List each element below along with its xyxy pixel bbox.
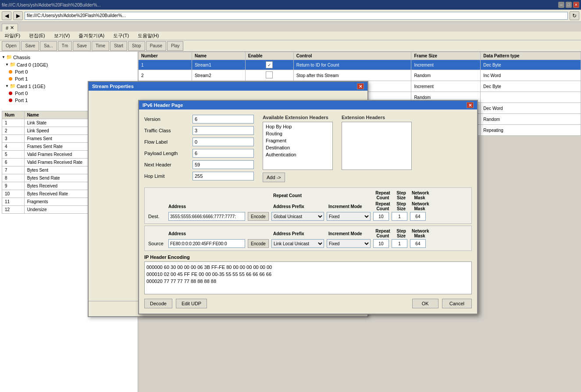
- card0-port0-item[interactable]: Port 0: [2, 68, 136, 75]
- dest-network-mask-input[interactable]: [410, 212, 426, 221]
- stream-frame-size: Increment: [411, 60, 481, 70]
- traffic-class-label: Traffic Class: [144, 128, 192, 133]
- source-address-section: Address Address Prefix Increment Mode Re…: [144, 226, 472, 251]
- src-repeat-count-input[interactable]: [373, 239, 389, 248]
- dest-rc-col-label: Repeat Count: [375, 201, 391, 211]
- card1-folder-icon: 📁: [10, 83, 16, 89]
- back-btn[interactable]: ◀: [2, 11, 11, 20]
- dest-data-row: Dest. Encode Global Unicast Fixed: [148, 212, 468, 221]
- src-address-input[interactable]: [168, 239, 245, 248]
- edit-udp-btn[interactable]: Edit UDP: [176, 299, 207, 308]
- card1-port0-icon: [9, 92, 12, 95]
- ipv6-close-btn[interactable]: ✕: [467, 102, 474, 108]
- stream-data-pattern: [481, 92, 581, 103]
- col-data-pattern: Data Pattern type: [481, 52, 581, 60]
- chassis-folder-icon: 📁: [6, 54, 12, 60]
- card0-item[interactable]: ▼ 📁 Card 0 (10GE): [2, 61, 136, 68]
- src-address-col-label: Address: [168, 231, 245, 236]
- minimize-btn[interactable]: ─: [558, 2, 564, 8]
- stream-data-pattern: Inc Word: [481, 70, 581, 81]
- hex-line-2: 000020 77 77 77 77 88 88 88 88: [146, 278, 470, 285]
- menu-help[interactable]: 도움말(H): [135, 32, 161, 40]
- src-nm-col-label: Network Mask: [412, 229, 428, 238]
- dest-inc-mode-select[interactable]: Fixed: [327, 212, 371, 221]
- pause-btn[interactable]: Pause: [146, 41, 166, 51]
- time-btn[interactable]: Time: [92, 41, 109, 51]
- start-btn[interactable]: Start: [110, 41, 127, 51]
- stats-col-num: Num: [2, 111, 25, 119]
- stats-num: 7: [2, 166, 25, 174]
- chassis-item[interactable]: ▼ 📁 Chassis: [2, 53, 136, 61]
- forward-btn[interactable]: ▶: [13, 11, 23, 20]
- menu-edit[interactable]: 편집(E): [26, 32, 48, 40]
- src-encode-btn[interactable]: Encode: [248, 239, 269, 248]
- stop-btn[interactable]: Stop: [128, 41, 145, 51]
- chassis-arrow[interactable]: ▼: [2, 55, 5, 59]
- tm-btn[interactable]: Tm: [58, 41, 72, 51]
- cancel-btn[interactable]: Cancel: [442, 299, 472, 308]
- ext-fragment[interactable]: Fragment: [264, 137, 331, 144]
- menu-view[interactable]: 보기(V): [51, 32, 73, 40]
- open-btn[interactable]: Open: [2, 41, 20, 51]
- card0-label: Card 0 (10GE): [17, 62, 48, 67]
- ext-headers-list[interactable]: [342, 122, 412, 170]
- save-btn[interactable]: Save: [21, 41, 39, 51]
- card0-port0-icon: [9, 70, 12, 74]
- hop-limit-input[interactable]: [192, 172, 254, 180]
- src-inc-mode-select[interactable]: Fixed: [327, 239, 371, 248]
- save2-btn[interactable]: Save: [73, 41, 91, 51]
- flow-label-input[interactable]: [192, 138, 254, 146]
- src-step-size-input[interactable]: [392, 239, 407, 248]
- src-network-mask-input[interactable]: [410, 239, 426, 248]
- card0-arrow[interactable]: ▼: [5, 63, 9, 67]
- stream-enable: ✓: [245, 60, 293, 70]
- traffic-class-input[interactable]: [192, 126, 254, 135]
- decode-btn[interactable]: Decode: [144, 299, 172, 308]
- src-row-label: Source: [148, 241, 166, 246]
- hop-limit-label: Hop Limit: [144, 173, 192, 179]
- ipv6-top-section: Version Traffic Class Flow Label Payload…: [144, 115, 472, 183]
- card1-arrow[interactable]: ▼: [5, 84, 9, 88]
- browser-tab[interactable]: # ✕: [2, 24, 18, 32]
- save-as-btn[interactable]: Sa...: [40, 41, 57, 51]
- address-bar[interactable]: [25, 12, 568, 20]
- dest-address-input[interactable]: [168, 212, 245, 221]
- tab-close-btn[interactable]: ✕: [10, 25, 14, 31]
- close-browser-btn[interactable]: ✕: [573, 2, 579, 8]
- add-ext-header-btn[interactable]: Add ->: [263, 173, 285, 182]
- ext-routing[interactable]: Routing: [264, 130, 331, 137]
- available-ext-list[interactable]: Hop By Hop Routing Fragment Destination …: [263, 122, 333, 170]
- ipv6-bottom-row: Decode Edit UDP OK Cancel: [144, 299, 472, 308]
- dest-step-size-input[interactable]: [392, 212, 407, 221]
- col-enable: Enable: [245, 52, 293, 60]
- menu-file[interactable]: 파일(F): [2, 32, 23, 40]
- flow-label-row: Flow Label: [144, 138, 254, 146]
- src-prefix-select[interactable]: Link Local Unicast: [271, 239, 324, 248]
- ok-btn[interactable]: OK: [412, 299, 438, 308]
- stream-row[interactable]: 2 Stream2 Stop after this Stream Random …: [139, 70, 581, 81]
- dest-row-label: Dest.: [148, 214, 166, 219]
- stats-num: 4: [2, 143, 25, 151]
- reload-btn[interactable]: ↻: [570, 11, 579, 20]
- next-header-row: Next Header: [144, 160, 254, 169]
- stream-row[interactable]: 1 Stream1 ✓ Return to ID for Count Incre…: [139, 60, 581, 70]
- next-header-input[interactable]: [192, 160, 254, 169]
- browser-title: file:///C:/Users/ysh/Adobe%20Flash%20Bui…: [2, 3, 101, 7]
- stream-props-close-btn[interactable]: ✕: [357, 83, 364, 89]
- ext-destination[interactable]: Destination: [264, 144, 331, 151]
- ext-hop-by-hop[interactable]: Hop By Hop: [264, 123, 331, 130]
- play-btn[interactable]: Play: [167, 41, 183, 51]
- menu-favorites[interactable]: 즐겨찾기(A): [76, 32, 107, 40]
- dest-labels-row: Address Address Prefix Increment Mode Re…: [148, 201, 468, 211]
- stats-num: 6: [2, 159, 25, 166]
- dest-repeat-count-input[interactable]: [373, 212, 389, 221]
- payload-length-input[interactable]: [192, 149, 254, 158]
- version-input[interactable]: [192, 115, 254, 124]
- ext-authentication[interactable]: Authentication: [264, 151, 331, 158]
- menu-tools[interactable]: 도구(T): [110, 32, 132, 40]
- hex-line-0: 000000 60 30 00 00 00 06 3B FF-FE 80 00 …: [146, 264, 470, 271]
- dest-encode-btn[interactable]: Encode: [248, 212, 269, 221]
- dest-prefix-select[interactable]: Global Unicast: [271, 212, 324, 221]
- dest-ss-col-label: Step Size: [393, 201, 409, 211]
- maximize-btn[interactable]: □: [566, 2, 572, 8]
